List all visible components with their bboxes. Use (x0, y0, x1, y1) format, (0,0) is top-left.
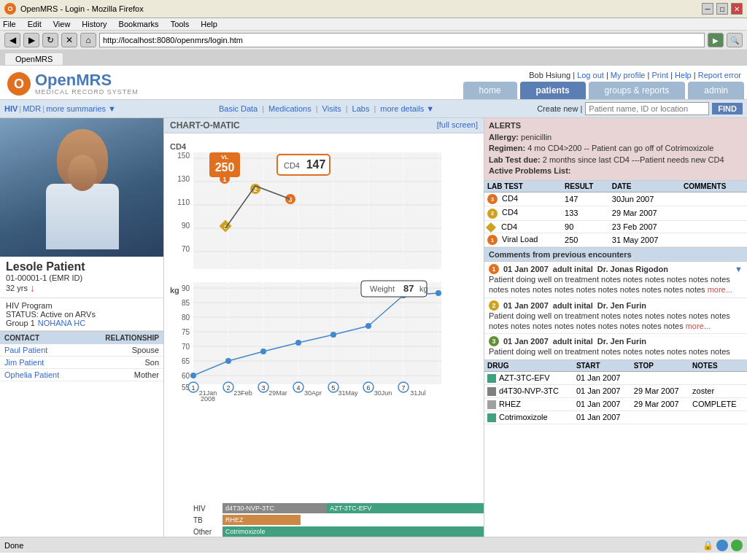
user-bar: Bob Hsiung | Log out | My profile | Prin… (523, 69, 747, 82)
lab-test-2: 2 CD4 (484, 206, 562, 221)
tab-home[interactable]: home (463, 82, 517, 99)
menu-bookmarks[interactable]: Bookmarks (119, 20, 159, 28)
contact-name-3[interactable]: Ophelia Patient (0, 369, 82, 381)
contact-name-1[interactable]: Paul Patient (0, 344, 82, 356)
patient-program: HIV Program STATUS: Active on ARVs Group… (0, 298, 163, 331)
patient-info: Lesole Patient 01-00001-1 (EMR ID) 32 yr… (0, 257, 163, 298)
contact-name-2[interactable]: Jim Patient (0, 357, 82, 368)
comments-title: Comments from previous encounters (489, 250, 632, 259)
svg-text:70: 70 (182, 343, 190, 351)
maximize-btn[interactable]: □ (716, 3, 728, 15)
patient-search-input[interactable] (585, 102, 709, 115)
badge-2: 2 (487, 209, 498, 219)
status-text: Done (4, 541, 23, 550)
badge-1: 1 (487, 235, 498, 245)
visits-link[interactable]: Visits (322, 104, 341, 113)
labs-link[interactable]: Labs (352, 104, 370, 113)
app-header: O OpenMRS MEDICAL RECORD SYSTEM Bob Hsiu… (0, 66, 747, 100)
comment-entry-3: 3 01 Jan 2007 adult inital Dr. Jen Furin… (484, 334, 747, 359)
more-details-link[interactable]: more details ▼ (380, 104, 434, 113)
comment-more-1[interactable]: more... (708, 285, 732, 294)
browser-favicon: O (4, 3, 16, 15)
comment-badge-2: 2 (489, 300, 499, 311)
svg-text:30Apr: 30Apr (304, 389, 322, 397)
reload-btn[interactable]: ↻ (42, 33, 58, 47)
drug-col-stop: STOP (631, 360, 689, 372)
contact-section: CONTACT RELATIONSHIP Paul Patient Spouse… (0, 331, 163, 381)
search-btn[interactable]: 🔍 (727, 33, 743, 47)
comment-badge-1: 1 (489, 264, 499, 274)
browser-toolbar: ◀ ▶ ↻ ✕ ⌂ ▶ 🔍 (0, 31, 747, 50)
main-content: Lesole Patient 01-00001-1 (EMR ID) 32 yr… (0, 118, 747, 537)
address-input[interactable] (99, 33, 705, 47)
svg-text:2: 2 (226, 384, 230, 392)
sub-nav-left: HIV | MDR | more summaries ▼ (4, 104, 116, 113)
chart-svg-container: CD4 150 130 110 90 70 (164, 133, 484, 503)
more-summaries-link[interactable]: more summaries ▼ (46, 104, 116, 113)
tab-groups-reports[interactable]: groups & reports (589, 82, 686, 99)
right-panel: ALERTS Allergy: penicillin Regimen: 4 mo… (484, 118, 747, 537)
menu-history[interactable]: History (82, 20, 107, 28)
comment-more-2[interactable]: more... (686, 322, 711, 330)
go-btn[interactable]: ▶ (708, 33, 724, 47)
svg-text:kg: kg (419, 284, 428, 293)
forward-btn[interactable]: ▶ (23, 33, 39, 47)
hiv-label: HIV (193, 505, 222, 513)
svg-text:30Jun: 30Jun (374, 389, 392, 397)
svg-text:31May: 31May (338, 389, 358, 397)
lab-test-4: 1 Viral Load (484, 233, 562, 247)
drug-row-3: RHEZ 01 Jan 2007 29 Mar 2007 COMPLETE (484, 397, 747, 411)
logout-link[interactable]: Log out (577, 71, 604, 79)
tab-admin[interactable]: admin (688, 82, 744, 99)
menu-edit[interactable]: Edit (28, 20, 42, 28)
contact-rel-1: Spouse (82, 344, 163, 356)
badge-diamond (486, 222, 496, 233)
stop-btn[interactable]: ✕ (61, 33, 77, 47)
home-btn[interactable]: ⌂ (80, 33, 96, 47)
myprofile-link[interactable]: My profile (611, 71, 646, 79)
age-arrow-icon: ↓ (30, 282, 35, 294)
logo-name: OpenMRS (35, 72, 139, 88)
svg-text:29Mar: 29Mar (268, 389, 287, 397)
svg-text:3: 3 (261, 384, 265, 392)
svg-text:CD4: CD4 (284, 161, 300, 170)
close-btn[interactable]: ✕ (731, 3, 743, 15)
minimize-btn[interactable]: ─ (702, 3, 713, 15)
mdr-link[interactable]: MDR (23, 104, 41, 113)
allergy-line: Allergy: penicillin (489, 132, 743, 143)
basic-data-link[interactable]: Basic Data (219, 104, 258, 113)
medications-link[interactable]: Medications (268, 104, 311, 113)
drug-col-drug: DRUG (484, 360, 573, 372)
svg-text:1: 1 (222, 176, 226, 183)
contact-rel-2: Son (82, 357, 163, 368)
browser-tab[interactable]: OpenMRS (4, 52, 63, 65)
lab-test-1: 3 CD4 (484, 192, 562, 206)
lab-row-1: 3 CD4 147 30Jun 2007 (484, 192, 747, 206)
svg-text:90: 90 (182, 284, 190, 292)
svg-text:75: 75 (182, 328, 190, 336)
hiv-link[interactable]: HIV (4, 104, 18, 113)
lab-row-4: 1 Viral Load 250 31 May 2007 (484, 233, 747, 247)
menu-help[interactable]: Help (201, 20, 217, 28)
report-error-link[interactable]: Report error (698, 71, 741, 79)
svg-text:Weight: Weight (370, 284, 395, 293)
help-link[interactable]: Help (675, 71, 692, 79)
back-btn[interactable]: ◀ (4, 33, 20, 47)
location-link[interactable]: NOHANA HC (38, 319, 85, 327)
comment-text-2: Patient doing well on treatment notes no… (489, 311, 743, 332)
print-link[interactable]: Print (651, 71, 668, 79)
tab-patients[interactable]: patients (520, 82, 586, 99)
find-button[interactable]: FIND (712, 103, 743, 114)
logo-area: O OpenMRS MEDICAL RECORD SYSTEM (0, 69, 146, 99)
full-screen-link[interactable]: [full screen] (437, 120, 478, 131)
logo-icon: O (7, 72, 31, 96)
svg-text:130: 130 (177, 175, 190, 183)
program-group: Group 1 NOHANA HC (6, 319, 158, 327)
menu-file[interactable]: File (3, 20, 16, 28)
scroll-indicator-1: ▼ (735, 265, 743, 273)
comment-entry-1: 1 01 Jan 2007 adult inital Dr. Jonas Rig… (484, 262, 747, 298)
status-icon-2 (716, 540, 728, 551)
menu-tools[interactable]: Tools (171, 20, 190, 28)
tab-label: OpenMRS (15, 55, 53, 63)
menu-view[interactable]: View (53, 20, 71, 28)
